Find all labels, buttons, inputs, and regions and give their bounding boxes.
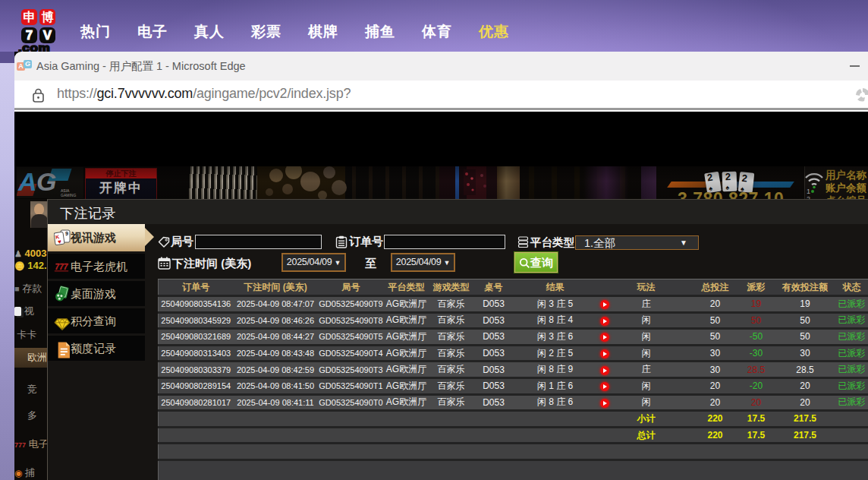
svg-text:777: 777 (55, 263, 68, 271)
svg-text:9: 9 (65, 231, 68, 236)
